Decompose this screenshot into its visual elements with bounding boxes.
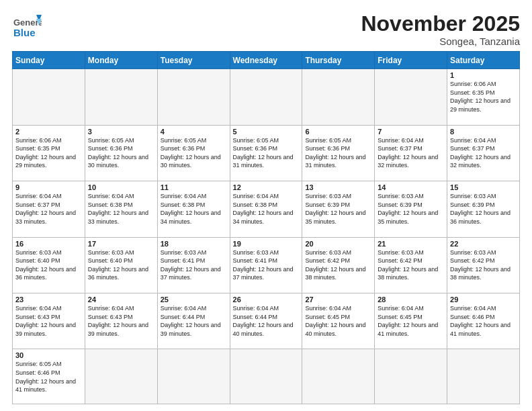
- page: General Blue November 2025 Songea, Tanza…: [0, 0, 532, 411]
- day-info: Sunrise: 6:03 AMSunset: 6:42 PMDaylight:…: [378, 248, 444, 282]
- day-info: Sunrise: 6:06 AMSunset: 6:35 PMDaylight:…: [15, 136, 82, 170]
- calendar-cell: 14Sunrise: 6:03 AMSunset: 6:39 PMDayligh…: [375, 181, 447, 237]
- calendar: Sunday Monday Tuesday Wednesday Thursday…: [12, 51, 520, 404]
- day-info: Sunrise: 6:03 AMSunset: 6:39 PMDaylight:…: [378, 192, 444, 226]
- day-number: 9: [15, 183, 82, 191]
- day-number: 3: [88, 128, 154, 136]
- day-info: Sunrise: 6:04 AMSunset: 6:37 PMDaylight:…: [450, 136, 517, 170]
- calendar-cell: 3Sunrise: 6:05 AMSunset: 6:36 PMDaylight…: [85, 125, 157, 181]
- day-info: Sunrise: 6:05 AMSunset: 6:36 PMDaylight:…: [161, 136, 227, 170]
- day-number: 16: [15, 240, 82, 248]
- day-number: 7: [378, 128, 444, 136]
- day-number: 4: [161, 128, 227, 136]
- day-info: Sunrise: 6:05 AMSunset: 6:36 PMDaylight:…: [233, 136, 300, 170]
- calendar-cell: 26Sunrise: 6:04 AMSunset: 6:44 PMDayligh…: [230, 293, 302, 349]
- day-number: 12: [233, 183, 300, 191]
- day-info: Sunrise: 6:04 AMSunset: 6:37 PMDaylight:…: [378, 136, 444, 170]
- calendar-cell: 30Sunrise: 6:05 AMSunset: 6:46 PMDayligh…: [13, 349, 85, 404]
- day-info: Sunrise: 6:04 AMSunset: 6:46 PMDaylight:…: [450, 304, 517, 338]
- calendar-cell: [302, 69, 375, 125]
- day-number: 11: [161, 183, 227, 191]
- calendar-cell: 24Sunrise: 6:04 AMSunset: 6:43 PMDayligh…: [85, 293, 157, 349]
- location: Songea, Tanzania: [361, 36, 520, 47]
- calendar-cell: [157, 349, 230, 404]
- day-number: 19: [233, 240, 300, 248]
- calendar-cell: 12Sunrise: 6:04 AMSunset: 6:38 PMDayligh…: [230, 181, 302, 237]
- day-number: 10: [88, 183, 154, 191]
- calendar-cell: [85, 349, 157, 404]
- logo: General Blue: [12, 12, 42, 42]
- calendar-cell: 28Sunrise: 6:04 AMSunset: 6:45 PMDayligh…: [375, 293, 447, 349]
- day-number: 28: [378, 295, 444, 304]
- calendar-row: 1Sunrise: 6:06 AMSunset: 6:35 PMDaylight…: [13, 69, 520, 125]
- day-info: Sunrise: 6:04 AMSunset: 6:38 PMDaylight:…: [161, 192, 227, 226]
- day-info: Sunrise: 6:06 AMSunset: 6:35 PMDaylight:…: [450, 80, 517, 113]
- month-title: November 2025: [361, 12, 520, 36]
- header-saturday: Saturday: [447, 52, 520, 69]
- calendar-cell: 22Sunrise: 6:03 AMSunset: 6:42 PMDayligh…: [447, 237, 520, 293]
- calendar-cell: 15Sunrise: 6:03 AMSunset: 6:39 PMDayligh…: [447, 181, 520, 237]
- day-number: 14: [378, 183, 444, 191]
- day-number: 25: [161, 295, 227, 304]
- title-block: November 2025 Songea, Tanzania: [361, 12, 520, 47]
- day-number: 18: [161, 240, 227, 248]
- calendar-cell: 5Sunrise: 6:05 AMSunset: 6:36 PMDaylight…: [230, 125, 302, 181]
- day-info: Sunrise: 6:03 AMSunset: 6:41 PMDaylight:…: [233, 248, 300, 282]
- header-thursday: Thursday: [302, 52, 375, 69]
- day-info: Sunrise: 6:03 AMSunset: 6:39 PMDaylight:…: [305, 192, 371, 226]
- day-number: 21: [378, 240, 444, 248]
- day-info: Sunrise: 6:03 AMSunset: 6:40 PMDaylight:…: [88, 248, 154, 282]
- calendar-cell: 19Sunrise: 6:03 AMSunset: 6:41 PMDayligh…: [230, 237, 302, 293]
- calendar-cell: 20Sunrise: 6:03 AMSunset: 6:42 PMDayligh…: [302, 237, 375, 293]
- day-info: Sunrise: 6:03 AMSunset: 6:41 PMDaylight:…: [161, 248, 227, 282]
- calendar-cell: 9Sunrise: 6:04 AMSunset: 6:37 PMDaylight…: [13, 181, 85, 237]
- calendar-cell: 16Sunrise: 6:03 AMSunset: 6:40 PMDayligh…: [13, 237, 85, 293]
- day-number: 22: [450, 240, 517, 248]
- day-info: Sunrise: 6:04 AMSunset: 6:45 PMDaylight:…: [305, 304, 371, 338]
- calendar-cell: 29Sunrise: 6:04 AMSunset: 6:46 PMDayligh…: [447, 293, 520, 349]
- calendar-cell: 17Sunrise: 6:03 AMSunset: 6:40 PMDayligh…: [85, 237, 157, 293]
- calendar-cell: 8Sunrise: 6:04 AMSunset: 6:37 PMDaylight…: [447, 125, 520, 181]
- day-number: 20: [305, 240, 371, 248]
- calendar-cell: 10Sunrise: 6:04 AMSunset: 6:38 PMDayligh…: [85, 181, 157, 237]
- calendar-row: 9Sunrise: 6:04 AMSunset: 6:37 PMDaylight…: [13, 181, 520, 237]
- svg-text:Blue: Blue: [13, 27, 36, 38]
- calendar-cell: 23Sunrise: 6:04 AMSunset: 6:43 PMDayligh…: [13, 293, 85, 349]
- header-wednesday: Wednesday: [230, 52, 302, 69]
- header: General Blue November 2025 Songea, Tanza…: [12, 12, 520, 47]
- calendar-cell: 18Sunrise: 6:03 AMSunset: 6:41 PMDayligh…: [157, 237, 230, 293]
- day-number: 15: [450, 183, 517, 191]
- calendar-cell: [302, 349, 375, 404]
- day-info: Sunrise: 6:03 AMSunset: 6:40 PMDaylight:…: [15, 248, 82, 282]
- day-info: Sunrise: 6:05 AMSunset: 6:36 PMDaylight:…: [88, 136, 154, 170]
- day-info: Sunrise: 6:04 AMSunset: 6:38 PMDaylight:…: [88, 192, 154, 226]
- calendar-cell: 2Sunrise: 6:06 AMSunset: 6:35 PMDaylight…: [13, 125, 85, 181]
- calendar-cell: [230, 69, 302, 125]
- header-tuesday: Tuesday: [157, 52, 230, 69]
- calendar-row: 30Sunrise: 6:05 AMSunset: 6:46 PMDayligh…: [13, 349, 520, 404]
- day-info: Sunrise: 6:04 AMSunset: 6:43 PMDaylight:…: [88, 304, 154, 338]
- day-number: 26: [233, 295, 300, 304]
- day-info: Sunrise: 6:03 AMSunset: 6:39 PMDaylight:…: [450, 192, 517, 226]
- day-info: Sunrise: 6:03 AMSunset: 6:42 PMDaylight:…: [450, 248, 517, 282]
- calendar-cell: 21Sunrise: 6:03 AMSunset: 6:42 PMDayligh…: [375, 237, 447, 293]
- day-number: 2: [15, 128, 82, 136]
- calendar-cell: [13, 69, 85, 125]
- day-number: 8: [450, 128, 517, 136]
- calendar-cell: [375, 69, 447, 125]
- calendar-cell: 1Sunrise: 6:06 AMSunset: 6:35 PMDaylight…: [447, 69, 520, 125]
- logo-svg: General Blue: [12, 12, 42, 42]
- day-number: 23: [15, 295, 82, 304]
- calendar-cell: [230, 349, 302, 404]
- calendar-cell: 13Sunrise: 6:03 AMSunset: 6:39 PMDayligh…: [302, 181, 375, 237]
- day-info: Sunrise: 6:05 AMSunset: 6:36 PMDaylight:…: [305, 136, 371, 170]
- day-info: Sunrise: 6:04 AMSunset: 6:43 PMDaylight:…: [15, 304, 82, 338]
- calendar-cell: 11Sunrise: 6:04 AMSunset: 6:38 PMDayligh…: [157, 181, 230, 237]
- day-info: Sunrise: 6:04 AMSunset: 6:45 PMDaylight:…: [378, 304, 444, 338]
- day-info: Sunrise: 6:03 AMSunset: 6:42 PMDaylight:…: [305, 248, 371, 282]
- calendar-cell: 25Sunrise: 6:04 AMSunset: 6:44 PMDayligh…: [157, 293, 230, 349]
- day-number: 30: [15, 351, 82, 359]
- calendar-cell: 4Sunrise: 6:05 AMSunset: 6:36 PMDaylight…: [157, 125, 230, 181]
- calendar-row: 16Sunrise: 6:03 AMSunset: 6:40 PMDayligh…: [13, 237, 520, 293]
- day-info: Sunrise: 6:04 AMSunset: 6:38 PMDaylight:…: [233, 192, 300, 226]
